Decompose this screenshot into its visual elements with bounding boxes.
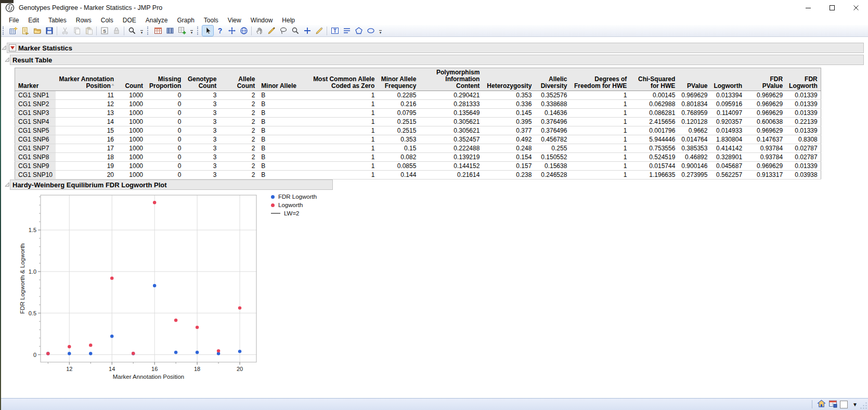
menu-tables[interactable]: Tables	[44, 16, 71, 24]
menu-cols[interactable]: Cols	[96, 16, 118, 24]
column-header[interactable]: PValue	[678, 68, 710, 91]
crosshair-tool-icon[interactable]	[302, 25, 313, 36]
column-header[interactable]: Degrees of Freedom for HWE	[570, 68, 630, 91]
menu-rows[interactable]: Rows	[71, 16, 96, 24]
resize-grip[interactable]	[860, 402, 867, 409]
table-row[interactable]: CG1 SNP3131000032B10.07950.1356490.1450.…	[15, 109, 821, 118]
dropdown-arrow-icon[interactable]: ▼	[852, 402, 858, 407]
outline-disclosure-icon[interactable]	[1, 45, 7, 50]
data-table-icon[interactable]	[152, 25, 163, 36]
column-header[interactable]: Heterozygosity	[483, 68, 535, 91]
menu-file[interactable]: File	[4, 16, 23, 24]
column-header[interactable]: Most Common Allele Coded as Zero	[307, 68, 378, 91]
new-journal-icon[interactable]	[20, 25, 31, 36]
menu-analyze[interactable]: Analyze	[141, 16, 173, 24]
help-tool-icon[interactable]: ?	[214, 25, 225, 36]
oval-annotation-icon[interactable]	[365, 25, 376, 36]
hwe-plot-svg[interactable]: 121416182000.51.01.5Marker Annotation Po…	[18, 191, 268, 384]
result-table[interactable]: MarkerMarker Annotation Position^CountMi…	[15, 68, 821, 180]
toolbar-drag-handle[interactable]	[147, 27, 150, 35]
table-cell: 3	[184, 144, 219, 153]
brush-tool-icon[interactable]	[266, 25, 277, 36]
toolbar-drag-handle[interactable]	[197, 27, 200, 35]
table-row[interactable]: CG1 SNP2121000032B10.2160.2813330.3360.3…	[15, 100, 821, 109]
table-cell: 0	[146, 100, 184, 109]
column-header[interactable]: Genotype Count	[184, 68, 219, 91]
menu-view[interactable]: View	[223, 16, 246, 24]
table-row[interactable]: CG1 SNP1111000032B10.22850.2904210.3530.…	[15, 91, 821, 100]
marker-statistics-header[interactable]: Marker Statistics	[7, 43, 864, 53]
menu-doe[interactable]: DOE	[118, 16, 141, 24]
columns-viewer-icon[interactable]	[164, 25, 175, 36]
paste-icon[interactable]	[83, 25, 94, 36]
outline-disclosure-icon[interactable]	[4, 182, 10, 187]
legend-item[interactable]: FDR Logworth	[271, 193, 317, 200]
table-cell: 0.969629	[745, 126, 786, 135]
legend-item[interactable]: LW=2	[271, 210, 317, 217]
column-header[interactable]: Chi-Squared for HWE	[630, 68, 678, 91]
grabber-tool-icon[interactable]	[254, 25, 265, 36]
table-cell: 0.969629	[745, 91, 786, 100]
close-button[interactable]	[844, 0, 868, 16]
column-header[interactable]: Logworth	[710, 68, 745, 91]
column-header[interactable]: Minor Allele Frequency	[378, 68, 419, 91]
maximize-button[interactable]	[820, 0, 844, 16]
column-header[interactable]: Marker Annotation Position^	[56, 68, 117, 91]
lines-annotation-icon[interactable]	[341, 25, 352, 36]
open-icon[interactable]	[32, 25, 43, 36]
cut-icon[interactable]	[59, 25, 70, 36]
new-data-table-icon[interactable]	[8, 25, 19, 36]
polygon-annotation-icon[interactable]	[353, 25, 364, 36]
status-toggle[interactable]	[840, 401, 848, 408]
menu-window[interactable]: Window	[246, 16, 278, 24]
toolbar-overflow-arrow[interactable]: ▾	[378, 26, 383, 35]
column-header[interactable]: Allele Count	[219, 68, 258, 91]
table-row[interactable]: CG1 SNP9191000032B10.08550.1441520.1570.…	[15, 162, 821, 171]
column-header[interactable]: FDR Logworth	[786, 68, 821, 91]
home-icon[interactable]	[817, 399, 826, 410]
column-header[interactable]: Minor Allele	[258, 68, 307, 91]
annotate-pencil-icon[interactable]	[314, 25, 325, 36]
arrow-tool-icon[interactable]	[202, 25, 213, 36]
table-row[interactable]: CG1 SNP7171000032B10.150.2224880.2480.25…	[15, 144, 821, 153]
outline-disclosure-icon[interactable]	[4, 57, 10, 62]
column-header[interactable]: FDR PValue	[745, 68, 786, 91]
table-cell: 0	[146, 144, 184, 153]
table-row[interactable]: CG1 SNP10201000032B10.1440.216140.2380.2…	[15, 171, 821, 180]
minimize-button[interactable]	[796, 0, 820, 16]
toolbar-drag-handle[interactable]	[3, 27, 5, 35]
column-header[interactable]: Allelic Diversity	[535, 68, 570, 91]
toolbar-overflow-arrow[interactable]: ▾	[189, 26, 195, 35]
copy-icon[interactable]	[71, 25, 82, 36]
magnifier-tool-icon[interactable]	[290, 25, 301, 36]
menu-graph[interactable]: Graph	[172, 16, 199, 24]
table-cell: 1	[307, 118, 378, 126]
script-window-icon[interactable]: S	[99, 25, 110, 36]
window-manager-icon[interactable]	[828, 399, 837, 410]
legend-item[interactable]: Logworth	[271, 201, 317, 209]
menu-tools[interactable]: Tools	[199, 16, 223, 24]
red-triangle-menu-icon[interactable]	[9, 44, 16, 52]
add-rows-icon[interactable]	[176, 25, 187, 36]
menu-help[interactable]: Help	[277, 16, 300, 24]
text-annotation-icon[interactable]: T	[329, 25, 340, 36]
search-icon[interactable]	[126, 25, 137, 36]
column-header[interactable]: Count	[117, 68, 146, 91]
column-header[interactable]: Polymorphism Information Content	[419, 68, 483, 91]
hwe-plot-header[interactable]: Hardy-Weinberg Equilibrium FDR Logworth …	[10, 180, 333, 190]
table-row[interactable]: CG1 SNP4141000032B10.25150.3056210.3950.…	[15, 118, 821, 126]
table-row[interactable]: CG1 SNP8181000032B10.0820.1392190.1540.1…	[15, 153, 821, 162]
toolbar-overflow-arrow[interactable]: ▾	[139, 26, 145, 35]
menu-edit[interactable]: Edit	[23, 16, 44, 24]
lock-icon[interactable]	[111, 25, 122, 36]
table-row[interactable]: CG1 SNP5151000032B10.25150.3056210.3770.…	[15, 126, 821, 135]
table-cell: 1000	[117, 171, 146, 180]
move-tool-icon[interactable]	[226, 25, 237, 36]
lasso-tool-icon[interactable]	[278, 25, 289, 36]
select-points-icon[interactable]	[238, 25, 249, 36]
save-icon[interactable]	[44, 25, 55, 36]
column-header[interactable]: Missing Proportion	[146, 68, 184, 91]
result-table-header[interactable]: Result Table	[10, 55, 864, 65]
table-row[interactable]: CG1 SNP6161000032B10.3530.3524570.4920.4…	[15, 135, 821, 144]
column-header[interactable]: Marker	[15, 68, 56, 91]
